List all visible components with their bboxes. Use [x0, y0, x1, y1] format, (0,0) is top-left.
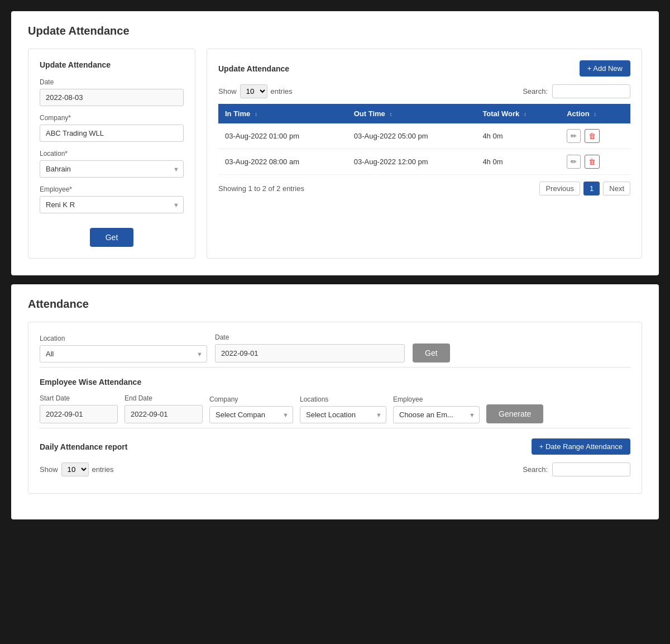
col-out-time: Out Time ↕	[347, 104, 476, 123]
date-input[interactable]	[40, 89, 184, 106]
sort-icon-out-time: ↕	[389, 111, 392, 117]
update-attendance-panel: Update Attendance Update Attendance Date…	[11, 11, 659, 275]
att-location-select-wrapper: All ▼	[40, 345, 207, 362]
daily-search-box: Search:	[523, 462, 630, 476]
cell-action: ✏ 🗑	[560, 149, 630, 175]
left-form-title: Update Attendance	[40, 60, 184, 69]
emp-locations-select[interactable]: Select Location	[300, 406, 386, 423]
start-date-group: Start Date	[40, 394, 118, 423]
emp-wise-row: Start Date End Date Company Select Compa…	[40, 394, 630, 423]
show-entries-select[interactable]: 10 25 50	[240, 84, 267, 98]
col-in-time: In Time ↕	[218, 104, 347, 123]
get-button[interactable]: Get	[90, 228, 134, 247]
emp-wise-section: Employee Wise Attendance Start Date End …	[40, 367, 630, 423]
sort-icon-in-time: ↕	[255, 111, 257, 117]
daily-table-controls: Show 10 25 50 entries Search:	[40, 462, 630, 476]
start-date-label: Start Date	[40, 394, 118, 402]
employee-select-wrapper: Reni K R ▼	[40, 196, 184, 213]
emp-company-label: Company	[209, 395, 293, 403]
search-label: Search:	[523, 87, 548, 96]
emp-employee-label: Employee	[393, 395, 480, 403]
location-select-wrapper: Bahrain ▼	[40, 160, 184, 178]
entries-label: entries	[271, 87, 293, 96]
emp-employee-select[interactable]: Choose an Em...	[393, 406, 480, 423]
search-box: Search:	[523, 84, 630, 98]
daily-entries-label: entries	[92, 465, 114, 474]
date-range-button[interactable]: + Date Range Attendance	[532, 438, 630, 455]
cell-out-time: 03-Aug-2022 12:00 pm	[347, 149, 476, 175]
att-location-label: Location	[40, 335, 207, 342]
emp-locations-select-wrapper: Select Location ▼	[300, 406, 386, 423]
previous-button[interactable]: Previous	[539, 182, 580, 195]
delete-button[interactable]: 🗑	[585, 155, 600, 169]
company-group: Company* ABC Trading WLL	[40, 114, 184, 142]
generate-button[interactable]: Generate	[486, 404, 543, 423]
company-label: Company*	[40, 114, 184, 122]
company-select[interactable]: ABC Trading WLL	[40, 125, 184, 142]
attendance-filter-section: Location All ▼ Date Get Employee Wise At…	[28, 322, 642, 494]
daily-show-label: Show	[40, 465, 58, 474]
show-label: Show	[218, 87, 237, 96]
att-get-button[interactable]: Get	[413, 344, 450, 362]
edit-button[interactable]: ✏	[567, 155, 581, 169]
daily-search-input[interactable]	[552, 462, 630, 476]
table-header-row: In Time ↕ Out Time ↕ Total Work ↕ Acti	[218, 104, 630, 123]
daily-search-label: Search:	[523, 465, 548, 474]
company-select-wrapper: ABC Trading WLL	[40, 125, 184, 142]
attendance-filter-row: Location All ▼ Date Get	[40, 333, 630, 362]
attendance-panel: Attendance Location All ▼ Date Get Emplo…	[11, 284, 659, 519]
update-attendance-title: Update Attendance	[28, 25, 642, 37]
location-select[interactable]: Bahrain	[40, 160, 184, 178]
table-row: 03-Aug-2022 08:00 am 03-Aug-2022 12:00 p…	[218, 149, 630, 175]
employee-select[interactable]: Reni K R	[40, 196, 184, 213]
daily-title: Daily Attendance report	[40, 442, 127, 451]
attendance-title: Attendance	[28, 298, 642, 311]
col-action: Action ↕	[560, 104, 630, 123]
showing-text: Showing 1 to 2 of 2 entries	[218, 184, 304, 193]
edit-button[interactable]: ✏	[567, 129, 581, 143]
panel-body: Update Attendance Date Company* ABC Trad…	[28, 49, 642, 259]
location-group: Location* Bahrain ▼	[40, 150, 184, 178]
next-button[interactable]: Next	[603, 182, 630, 195]
table-row: 03-Aug-2022 01:00 pm 03-Aug-2022 05:00 p…	[218, 123, 630, 149]
location-label: Location*	[40, 150, 184, 158]
table-controls: Show 10 25 50 entries Search:	[218, 84, 630, 98]
right-col-title: Update Attendance	[218, 64, 289, 73]
show-entries: Show 10 25 50 entries	[218, 84, 293, 98]
emp-employee-select-wrapper: Choose an Em... ▼	[393, 406, 480, 423]
att-location-select[interactable]: All	[40, 345, 207, 362]
daily-show-select[interactable]: 10 25 50	[61, 462, 89, 476]
emp-wise-title: Employee Wise Attendance	[40, 378, 630, 387]
cell-total-work: 4h 0m	[476, 123, 560, 149]
cell-out-time: 03-Aug-2022 05:00 pm	[347, 123, 476, 149]
employee-label: Employee*	[40, 185, 184, 193]
emp-company-select-wrapper: Select Compan ▼	[209, 406, 293, 423]
col-total-work: Total Work ↕	[476, 104, 560, 123]
att-date-label: Date	[215, 333, 405, 341]
cell-total-work: 4h 0m	[476, 149, 560, 175]
pagination: Previous 1 Next	[539, 182, 630, 195]
date-group: Date	[40, 78, 184, 106]
emp-company-select[interactable]: Select Compan	[209, 406, 293, 423]
search-input[interactable]	[552, 84, 630, 98]
daily-header: Daily Attendance report + Date Range Att…	[40, 438, 630, 455]
att-date-input[interactable]	[215, 344, 405, 362]
attendance-table: In Time ↕ Out Time ↕ Total Work ↕ Acti	[218, 104, 630, 175]
emp-locations-label: Locations	[300, 395, 386, 403]
end-date-input[interactable]	[125, 405, 203, 423]
left-form: Update Attendance Date Company* ABC Trad…	[28, 49, 195, 259]
emp-locations-group: Locations Select Location ▼	[300, 395, 386, 423]
daily-attendance-section: Daily Attendance report + Date Range Att…	[40, 428, 630, 476]
right-col-header: Update Attendance + Add New	[218, 60, 630, 77]
employee-group: Employee* Reni K R ▼	[40, 185, 184, 213]
daily-show-entries: Show 10 25 50 entries	[40, 462, 114, 476]
cell-in-time: 03-Aug-2022 08:00 am	[218, 149, 347, 175]
page-1-button[interactable]: 1	[583, 182, 600, 195]
add-new-button[interactable]: + Add New	[580, 60, 630, 77]
delete-button[interactable]: 🗑	[585, 129, 600, 143]
cell-in-time: 03-Aug-2022 01:00 pm	[218, 123, 347, 149]
date-label: Date	[40, 78, 184, 86]
start-date-input[interactable]	[40, 405, 118, 423]
cell-action: ✏ 🗑	[560, 123, 630, 149]
right-table: Update Attendance + Add New Show 10 25 5…	[207, 49, 642, 259]
